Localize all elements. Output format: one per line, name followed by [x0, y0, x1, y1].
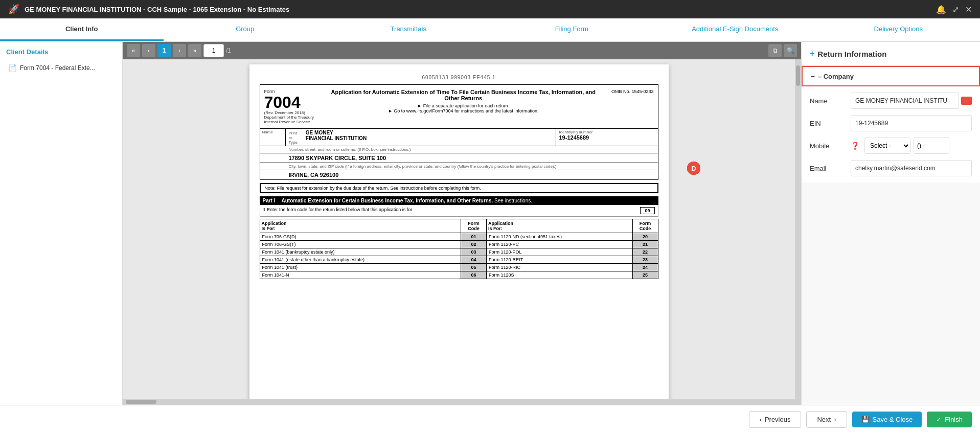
- part1-label: Part I: [263, 198, 276, 203]
- hscroll-thumb: [126, 400, 156, 404]
- tab-client-info[interactable]: Client Info: [0, 18, 164, 41]
- last-page-button[interactable]: »: [188, 44, 201, 57]
- resize-icon[interactable]: ⤢: [952, 5, 959, 14]
- col-app1: ApplicationIs For:: [260, 219, 461, 233]
- form-bullet1: ► File a separate application for each r…: [324, 103, 603, 108]
- email-field-label: Email: [810, 165, 846, 172]
- app2-row6: Form 1120S: [487, 271, 632, 279]
- finish-label: Finish: [945, 416, 963, 423]
- document-icon: 📄: [8, 64, 17, 72]
- field-group: Name ··· EIN Mobile ❓: [802, 86, 980, 183]
- copy-button[interactable]: ⧉: [768, 44, 782, 57]
- page-total: /1: [226, 47, 231, 54]
- code1-row6: 06: [461, 271, 487, 279]
- form-title-section: Application for Automatic Extension of T…: [324, 89, 603, 113]
- form-header-numbers: 60058133 999003 EF445 1: [260, 75, 658, 80]
- tab-delivery-options[interactable]: Delivery Options: [817, 18, 981, 41]
- code1-row5: 05: [461, 264, 487, 271]
- form-irs: Internal Revenue Service: [264, 120, 315, 124]
- ein-field-label: EIN: [810, 120, 846, 127]
- table-row: Form 706-GS(D) 01 Form 1120-ND (section …: [260, 233, 658, 241]
- code1-row2: 02: [461, 241, 487, 248]
- app1-row2: Form 706-GS(T): [260, 241, 461, 248]
- plus-icon: +: [810, 49, 814, 58]
- col-app2: ApplicationIs For:: [487, 219, 632, 233]
- ein-value: 19-1245689: [559, 134, 655, 141]
- next-label: Next: [817, 416, 831, 423]
- app1-row4: Form 1041 (estate other than a bankruptc…: [260, 256, 461, 264]
- app2-row5: Form 1120-RIC: [487, 264, 632, 271]
- sidebar-item-form7004[interactable]: 📄 Form 7004 - Federal Exte...: [6, 61, 116, 75]
- app-title: GE MONEY FINANCIAL INSTITUTION - CCH Sam…: [25, 6, 289, 13]
- note-box: Note: File request for extension by the …: [260, 183, 658, 193]
- next-page-button[interactable]: ›: [173, 44, 186, 57]
- page-input[interactable]: [203, 44, 224, 57]
- city-label: City, town, state, and ZIP code (If a fo…: [260, 163, 658, 170]
- tab-filing-form[interactable]: Filing Form: [490, 18, 654, 41]
- nav-tabs: Client Info Group Transmittals Filing Fo…: [0, 18, 980, 42]
- prev-page-button[interactable]: ‹: [142, 44, 155, 57]
- code2-row6: 25: [632, 271, 658, 279]
- mobile-help-icon[interactable]: ❓: [851, 142, 859, 150]
- tab-additional-esign[interactable]: Additional E-Sign Documents: [653, 18, 817, 41]
- app2-row3: Form 1120-POL: [487, 248, 632, 256]
- name-input[interactable]: [851, 93, 959, 109]
- code1-row1: 01: [461, 233, 487, 241]
- company-header[interactable]: – – Company: [802, 66, 980, 86]
- main-content: Client Details 📄 Form 7004 - Federal Ext…: [0, 42, 980, 405]
- sidebar: Client Details 📄 Form 7004 - Federal Ext…: [0, 42, 123, 405]
- notification-icon[interactable]: 🔔: [936, 5, 946, 14]
- table-row: Form 1041-N 06 Form 1120S 25: [260, 271, 658, 279]
- prev-chevron-icon: ‹: [760, 416, 762, 423]
- part1-q1-text: 1 Enter the form code for the return lis…: [263, 207, 413, 214]
- mobile-select[interactable]: Select -: [864, 138, 910, 154]
- app1-row3: Form 1041 (bankruptcy estate only): [260, 248, 461, 256]
- address-label: Number, street, and room or suite no. (I…: [260, 146, 658, 153]
- table-row: Form 706-GS(T) 02 Form 1120-PC 21: [260, 241, 658, 248]
- app-icon: 🚀: [8, 4, 19, 15]
- mobile-ext-input[interactable]: [914, 138, 949, 154]
- table-row: Form 1041 (estate other than a bankruptc…: [260, 256, 658, 264]
- finish-button[interactable]: ✓ Finish: [927, 412, 972, 427]
- page-1-button[interactable]: 1: [157, 44, 171, 57]
- application-table: ApplicationIs For: FormCode ApplicationI…: [260, 219, 658, 279]
- code2-row3: 22: [632, 248, 658, 256]
- right-panel: + Return Information – – Company Name ··…: [801, 42, 980, 405]
- overflow-indicator[interactable]: ···: [961, 97, 972, 105]
- mobile-field-row: Mobile ❓ Select -: [810, 138, 972, 154]
- form-7004-number: 7004: [264, 94, 315, 110]
- app2-row4: Form 1120-REIT: [487, 256, 632, 264]
- name-field-row: Name ···: [810, 93, 972, 109]
- horizontal-scrollbar[interactable]: [123, 399, 801, 405]
- previous-button[interactable]: ‹ Previous: [749, 411, 802, 428]
- return-info-title: Return Information: [817, 50, 886, 58]
- search-button[interactable]: 🔍: [784, 44, 797, 57]
- first-page-button[interactable]: «: [127, 44, 140, 57]
- document-scroll-area[interactable]: 60058133 999003 EF445 1 Form 7004 (Rev. …: [123, 59, 795, 399]
- vertical-scrollbar[interactable]: [795, 59, 801, 399]
- next-button[interactable]: Next ›: [806, 411, 847, 428]
- tab-transmittals[interactable]: Transmittals: [327, 18, 490, 41]
- id-label: Identifying number: [559, 130, 655, 134]
- ein-input[interactable]: [851, 115, 972, 131]
- app1-row6: Form 1041-N: [260, 271, 461, 279]
- app2-row2: Form 1120-PC: [487, 241, 632, 248]
- code2-row1: 20: [632, 233, 658, 241]
- doc-toolbar: « ‹ 1 › » /1 ⧉ 🔍: [123, 42, 801, 59]
- email-input[interactable]: [851, 160, 972, 176]
- part1-header: Part I Automatic Extension for Certain B…: [260, 196, 658, 205]
- form-omb: OMB No. 1545-0233: [611, 89, 654, 94]
- close-icon[interactable]: ✕: [965, 5, 972, 14]
- tab-group[interactable]: Group: [164, 18, 327, 41]
- code1-row4: 04: [461, 256, 487, 264]
- code1-row3: 03: [461, 248, 487, 256]
- code2-row2: 21: [632, 241, 658, 248]
- col-code1: FormCode: [461, 219, 487, 233]
- part1-q1-val: 09: [640, 207, 654, 214]
- minus-icon: –: [811, 72, 815, 80]
- save-icon: 💾: [861, 416, 870, 423]
- ein-section: Identifying number 19-1245689: [556, 129, 658, 146]
- save-close-button[interactable]: 💾 Save & Close: [852, 412, 922, 427]
- entity-name: PrintorType GE MONEY FINANCIAL INSTITUTI…: [286, 129, 556, 146]
- code2-row4: 23: [632, 256, 658, 264]
